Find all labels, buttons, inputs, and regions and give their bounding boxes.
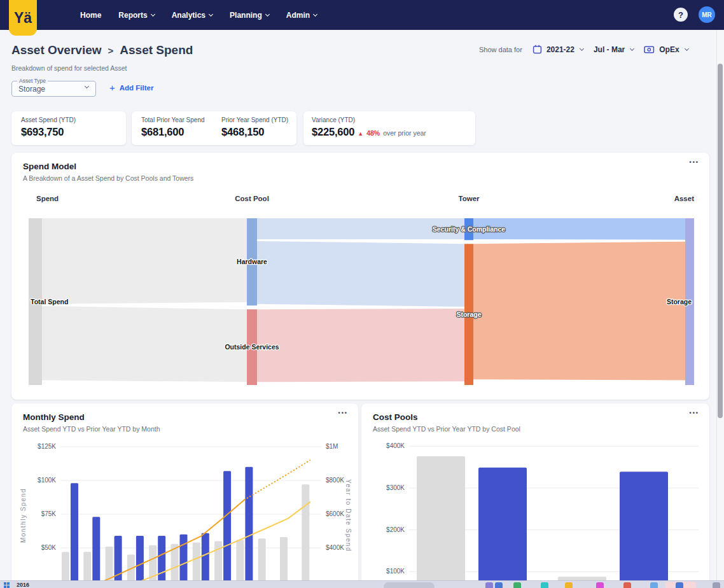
y-tick: $200K — [386, 526, 405, 533]
sankey-column-header-asset: Asset — [608, 195, 694, 202]
scrollbar-track[interactable] — [716, 30, 724, 588]
y-tick: $300K — [386, 484, 405, 491]
asset-type-select[interactable]: Asset Type Storage — [11, 81, 96, 97]
chevron-down-icon — [313, 11, 317, 16]
page-subtitle: Breakdown of spend for selected Asset — [11, 64, 127, 72]
y-right-tick: $1M — [326, 443, 338, 450]
taskbar-app-icon[interactable] — [541, 582, 548, 588]
bar-asset-spend-ytd[interactable] — [478, 468, 527, 588]
bar-asset-spend-monthly[interactable] — [245, 467, 253, 588]
avatar[interactable]: MR — [699, 6, 715, 23]
line-ytd-projection[interactable] — [244, 460, 310, 500]
breadcrumb-asset-overview[interactable]: Asset Overview — [11, 43, 102, 57]
windows-start-icon[interactable] — [4, 582, 10, 588]
taskbar-app-icon[interactable] — [650, 582, 658, 588]
taskbar-label: 2016 — [17, 582, 29, 588]
taskbar-app-icon[interactable] — [713, 582, 720, 588]
sankey-column-header-cost-pool: Cost Pool — [209, 195, 295, 202]
expense-type-value: OpEx — [659, 45, 679, 54]
page-title: Asset Spend — [120, 43, 193, 57]
kpi-value-row: $225,600▲48%over prior year — [312, 126, 426, 138]
expense-type-select[interactable]: OpEx — [644, 45, 688, 54]
kpi-metric-label: Variance (YTD) — [312, 116, 426, 123]
calendar-icon — [533, 45, 542, 54]
y-right-axis-title: Year to Date Spend — [345, 479, 352, 552]
asset-type-label: Asset Type — [17, 78, 48, 84]
y-right-tick: $800K — [326, 477, 344, 484]
kpi-card: Asset Spend (YTD)$693,750 — [11, 111, 126, 145]
taskbar-app-icon[interactable] — [513, 582, 521, 588]
taskbar-search-pill[interactable] — [384, 582, 435, 588]
nav-item-analytics[interactable]: Analytics — [172, 11, 212, 20]
kpi-metric: Total Prior Year Spend$681,600 — [141, 116, 205, 138]
sankey-link-outside-storage_t[interactable] — [257, 309, 464, 382]
period-select[interactable]: Jul - Mar — [594, 45, 634, 54]
nav-item-label: Home — [80, 11, 101, 20]
kpi-metric: Asset Spend (YTD)$693,750 — [21, 116, 76, 138]
fiscal-year-select[interactable]: 2021-22 — [533, 45, 583, 54]
breadcrumb-separator: > — [108, 45, 114, 56]
y-right-tick: $400K — [326, 544, 344, 551]
bar-prior-year-ytd[interactable] — [417, 456, 465, 588]
nav-item-label: Analytics — [172, 11, 205, 20]
nav-menu: HomeReportsAnalyticsPlanningAdmin — [80, 0, 317, 30]
dashboard-page: Yä HomeReportsAnalyticsPlanningAdmin ? M… — [0, 0, 724, 588]
taskbar-app-icon[interactable] — [596, 582, 604, 588]
chevron-down-icon — [685, 46, 689, 50]
bar-asset-spend-monthly[interactable] — [92, 517, 100, 588]
y-tick: $100K — [386, 568, 405, 575]
sankey-node-label: Storage — [667, 298, 692, 305]
bar-asset-spend-monthly[interactable] — [71, 483, 78, 588]
kpi-delta-suffix: over prior year — [383, 129, 426, 137]
header-controls: Show data for 2021-22 Jul - Mar OpEx — [479, 45, 688, 54]
kpi-metric-value: $225,600 — [312, 126, 354, 138]
more-menu-icon[interactable]: ••• — [690, 410, 699, 416]
period-value: Jul - Mar — [594, 45, 625, 54]
plus-icon: + — [109, 85, 115, 91]
taskbar-app-icon[interactable] — [495, 582, 503, 588]
sankey-node-label: Outside Services — [225, 343, 279, 351]
chevron-down-icon — [265, 11, 270, 16]
sankey-diagram: Total SpendHardwareOutside ServicesSecur… — [11, 213, 709, 395]
kpi-delta-percent: 48% — [366, 129, 380, 137]
card-title: Monthly Spend — [23, 412, 85, 422]
chevron-down-icon — [630, 46, 634, 50]
taskbar-app-icon[interactable] — [485, 582, 493, 588]
breadcrumb: Asset Overview > Asset Spend — [11, 43, 193, 57]
taskbar-active-app-icon[interactable] — [676, 582, 683, 588]
nav-item-reports[interactable]: Reports — [118, 11, 154, 20]
sankey-node-label: Security & Compliance — [433, 225, 506, 233]
monthly-spend-card: $125K$1M$100K$800K$75K$600K$50K$400KMont… — [11, 403, 358, 588]
card-subtitle: A Breakdown of a Asset Spend by Cost Poo… — [23, 174, 193, 182]
sankey-node-label: Total Spend — [31, 298, 68, 305]
more-menu-icon[interactable]: ••• — [338, 410, 348, 416]
card-title: Cost Pools — [373, 412, 418, 422]
kpi-metric-value: $468,150 — [221, 126, 264, 138]
sankey-link-hardware-storage_t[interactable] — [257, 241, 464, 307]
scrollbar-thumb[interactable] — [718, 64, 723, 418]
nav-item-home[interactable]: Home — [80, 11, 101, 20]
add-filter-button[interactable]: + Add Filter — [109, 84, 153, 92]
kpi-metric-label: Prior Year Spend (YTD) — [221, 116, 288, 123]
card-subtitle: Asset Spend YTD vs Prior Year YTD by Mon… — [23, 425, 160, 433]
asset-type-value: Storage — [18, 85, 45, 94]
chevron-down-icon — [85, 84, 89, 88]
sankey-link-total-hardware[interactable] — [42, 218, 247, 304]
taskbar: 2016 — [0, 580, 724, 588]
add-filter-label: Add Filter — [120, 84, 154, 92]
kpi-metric: Variance (YTD)$225,600▲48%over prior yea… — [312, 116, 426, 138]
nav-item-admin[interactable]: Admin — [286, 11, 317, 20]
nav-item-planning[interactable]: Planning — [230, 11, 269, 20]
fiscal-year-value: 2021-22 — [546, 45, 574, 54]
more-menu-icon[interactable]: ••• — [690, 159, 699, 165]
bar-prior-year-monthly[interactable] — [302, 484, 309, 588]
bar-asset-spend-monthly[interactable] — [223, 471, 231, 588]
taskbar-app-icon[interactable] — [565, 582, 573, 588]
bar-asset-spend-ytd[interactable] — [620, 472, 668, 588]
taskbar-app-icon[interactable] — [623, 582, 631, 588]
help-icon[interactable]: ? — [674, 8, 688, 22]
sankey-node-label: Hardware — [237, 258, 267, 265]
brand-logo[interactable]: Yä — [9, 0, 37, 36]
sankey-link-total-outside[interactable] — [42, 306, 247, 382]
sankey-link-storage_t-storage_a[interactable] — [473, 242, 685, 381]
